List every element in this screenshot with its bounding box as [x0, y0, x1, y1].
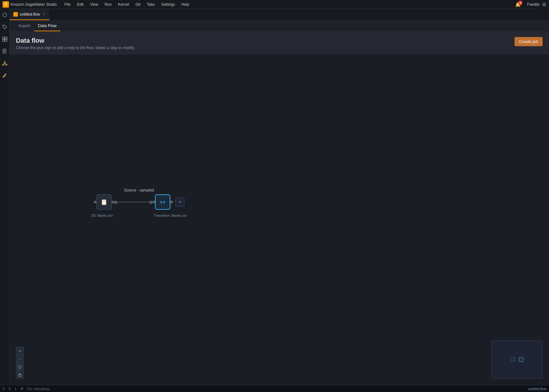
lock-button[interactable] [16, 371, 24, 379]
status-item-s: S [8, 387, 11, 391]
sidebar [0, 9, 10, 385]
main-tab[interactable]: ~ untitled.flow × [10, 9, 49, 20]
svg-line-14 [3, 64, 5, 64]
status-item-1: 1 [14, 387, 16, 391]
source-node-group: Source - sampled 📋 #.# [89, 188, 189, 217]
layout: ~ untitled.flow × ⚙ Import Data Flow Dat… [0, 9, 549, 385]
tab-title: untitled.flow [20, 12, 40, 17]
sidebar-icon-grid[interactable] [1, 36, 8, 43]
svg-point-1 [4, 26, 4, 26]
menu-tabs[interactable]: Tabs [144, 2, 157, 7]
notification-badge: 4 [518, 1, 523, 5]
tab-icon: ~ [13, 12, 18, 17]
svg-rect-4 [3, 40, 4, 41]
mini-source-node [511, 357, 515, 362]
canvas-area: Source - sampled 📋 #.# [10, 54, 549, 385]
tab-close-button[interactable]: × [42, 12, 46, 16]
source-node-label: Source - sampled [124, 188, 154, 192]
menu-kernel[interactable]: Kernel [115, 2, 132, 7]
transform-right-connector [170, 201, 173, 203]
sub-tab-dataflow[interactable]: Data Flow [34, 21, 61, 31]
transform-left-connector [152, 201, 155, 203]
page-subtitle: Choose the plus sign to add a step to th… [16, 46, 135, 50]
flow-canvas: Source - sampled 📋 #.# [10, 54, 549, 385]
sub-tab-import[interactable]: Import [15, 21, 34, 31]
transform-node[interactable]: #.# [155, 194, 170, 210]
page-header: Data flow Choose the plus sign to add a … [10, 32, 549, 54]
menu-view[interactable]: View [87, 2, 101, 7]
source-node-icon: 📋 [100, 199, 108, 206]
mini-transform-node [519, 357, 523, 362]
sidebar-icon-tag[interactable] [1, 24, 8, 31]
svg-rect-3 [5, 37, 7, 39]
zoom-in-button[interactable]: + [16, 347, 24, 355]
app-logo-icon: S [3, 1, 9, 8]
sidebar-icon-people[interactable] [1, 60, 8, 67]
fit-button[interactable]: ⊡ [16, 363, 24, 371]
menu-help[interactable]: Help [179, 2, 192, 7]
transform-node-text: #.# [160, 200, 165, 204]
add-step-button[interactable]: + [175, 198, 184, 207]
source-left-connector [94, 201, 96, 203]
transform-node-caption: Transform: titanic.csv [151, 214, 189, 217]
sidebar-icon-circle[interactable] [1, 11, 8, 18]
svg-line-15 [5, 64, 6, 64]
mini-map [492, 340, 543, 379]
svg-point-10 [4, 62, 5, 63]
zoom-controls: + − ⊡ [16, 347, 24, 379]
notification-button[interactable]: 🔔 4 [515, 2, 521, 7]
menu-git[interactable]: Git [133, 2, 143, 7]
app-title: Amazon SageMaker Studio [10, 2, 57, 7]
source-node[interactable]: 📋 [96, 194, 112, 210]
svg-rect-5 [5, 40, 7, 41]
svg-point-12 [6, 64, 7, 65]
menu-edit[interactable]: Edit [74, 2, 86, 7]
status-filename: untitled.flow [528, 387, 546, 391]
source-node-caption: S3: titanic.csv [91, 214, 110, 217]
svg-rect-2 [3, 37, 4, 39]
sidebar-icon-tool[interactable] [1, 72, 8, 79]
sub-tabs: Import Data Flow [10, 20, 549, 32]
page-title: Data flow [16, 37, 135, 44]
menu-bar: S Amazon SageMaker Studio File Edit View… [0, 0, 549, 9]
svg-point-11 [3, 64, 4, 65]
zoom-out-button[interactable]: − [16, 355, 24, 363]
connector-line [114, 202, 152, 202]
status-item-0: 0 [3, 387, 4, 391]
settings-icon[interactable]: ⚙ [539, 0, 549, 9]
menu-file[interactable]: File [62, 2, 73, 7]
create-job-button[interactable]: Create job [515, 37, 543, 46]
menu-run[interactable]: Run [102, 2, 114, 7]
svg-point-0 [3, 13, 7, 17]
menu-settings[interactable]: Settings [159, 2, 177, 7]
git-status: Git: refreshing... [27, 387, 52, 391]
sidebar-icon-document[interactable] [1, 48, 8, 55]
main-content: ~ untitled.flow × ⚙ Import Data Flow Dat… [10, 9, 549, 385]
source-right-connector [112, 201, 114, 203]
status-item-plus: ⊕ [20, 387, 23, 391]
svg-rect-16 [19, 374, 21, 376]
tab-bar: ~ untitled.flow × ⚙ [10, 9, 549, 20]
status-bar: 0 S 1 ⊕ Git: refreshing... untitled.flow [0, 385, 549, 392]
